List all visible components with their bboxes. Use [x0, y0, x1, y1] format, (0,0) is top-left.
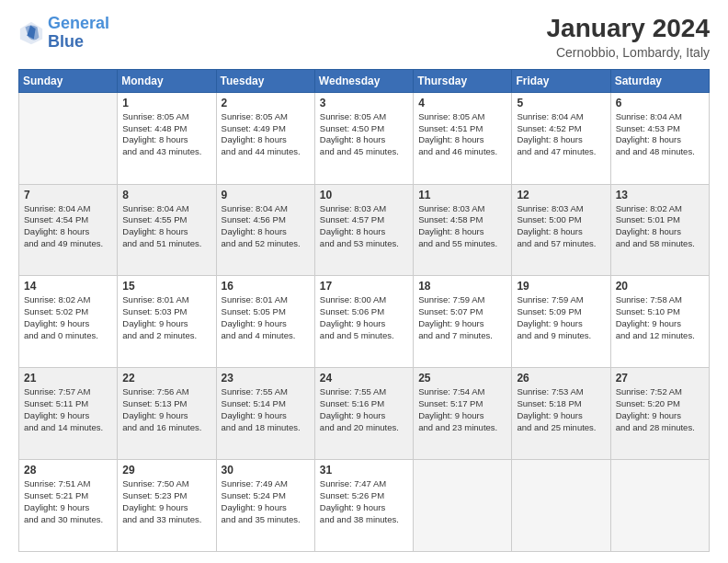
- calendar-day-cell: 30Sunrise: 7:49 AMSunset: 5:24 PMDayligh…: [216, 460, 314, 552]
- day-number: 22: [122, 372, 210, 385]
- calendar-day-cell: 31Sunrise: 7:47 AMSunset: 5:26 PMDayligh…: [314, 460, 413, 552]
- day-number: 8: [122, 189, 210, 201]
- day-info: Sunrise: 7:55 AMSunset: 5:14 PMDaylight:…: [222, 386, 310, 433]
- calendar-day-cell: [414, 460, 512, 552]
- day-number: 12: [517, 189, 605, 201]
- day-number: 28: [24, 464, 112, 477]
- day-info: Sunrise: 8:05 AMSunset: 4:48 PMDaylight:…: [122, 111, 210, 158]
- calendar-day-cell: 19Sunrise: 7:59 AMSunset: 5:09 PMDayligh…: [512, 276, 610, 368]
- day-info: Sunrise: 7:59 AMSunset: 5:09 PMDaylight:…: [517, 294, 605, 341]
- calendar-day-cell: 27Sunrise: 7:52 AMSunset: 5:20 PMDayligh…: [610, 368, 709, 460]
- day-number: 23: [222, 372, 310, 385]
- logo-line2: Blue: [48, 32, 84, 51]
- calendar-day-cell: [19, 92, 118, 184]
- logo-line1: General: [48, 14, 109, 32]
- day-info: Sunrise: 8:03 AMSunset: 5:00 PMDaylight:…: [517, 203, 605, 250]
- day-info: Sunrise: 8:04 AMSunset: 4:55 PMDaylight:…: [122, 203, 210, 250]
- day-number: 27: [616, 372, 704, 385]
- calendar-day-cell: 14Sunrise: 8:02 AMSunset: 5:02 PMDayligh…: [19, 276, 118, 368]
- calendar-day-cell: 4Sunrise: 8:05 AMSunset: 4:51 PMDaylight…: [414, 92, 512, 184]
- calendar-week-row: 1Sunrise: 8:05 AMSunset: 4:48 PMDaylight…: [19, 92, 710, 184]
- day-number: 4: [418, 97, 506, 109]
- day-number: 21: [24, 372, 112, 385]
- logo-text: General Blue: [48, 15, 109, 52]
- day-number: 29: [122, 464, 210, 477]
- calendar-week-row: 14Sunrise: 8:02 AMSunset: 5:02 PMDayligh…: [19, 276, 710, 368]
- day-info: Sunrise: 7:47 AMSunset: 5:26 PMDaylight:…: [320, 478, 408, 525]
- day-number: 20: [616, 280, 704, 293]
- weekday-header-friday: Friday: [512, 69, 610, 92]
- day-info: Sunrise: 7:57 AMSunset: 5:11 PMDaylight:…: [24, 386, 112, 433]
- calendar-day-cell: 10Sunrise: 8:03 AMSunset: 4:57 PMDayligh…: [314, 184, 413, 276]
- calendar-day-cell: 15Sunrise: 8:01 AMSunset: 5:03 PMDayligh…: [118, 276, 216, 368]
- day-number: 15: [122, 280, 210, 293]
- day-number: 6: [616, 97, 704, 109]
- day-number: 3: [320, 97, 408, 109]
- calendar-day-cell: 13Sunrise: 8:02 AMSunset: 5:01 PMDayligh…: [610, 184, 709, 276]
- day-number: 25: [418, 372, 506, 385]
- logo-icon: [18, 20, 44, 46]
- calendar-day-cell: 22Sunrise: 7:56 AMSunset: 5:13 PMDayligh…: [118, 368, 216, 460]
- day-info: Sunrise: 8:03 AMSunset: 4:58 PMDaylight:…: [418, 203, 506, 250]
- subtitle: Cernobbio, Lombardy, Italy: [547, 45, 710, 60]
- day-number: 13: [616, 189, 704, 201]
- day-info: Sunrise: 7:49 AMSunset: 5:24 PMDaylight:…: [222, 478, 310, 525]
- day-number: 5: [517, 97, 605, 109]
- day-info: Sunrise: 7:50 AMSunset: 5:23 PMDaylight:…: [122, 478, 210, 525]
- day-info: Sunrise: 8:03 AMSunset: 4:57 PMDaylight:…: [320, 203, 408, 250]
- calendar-day-cell: 12Sunrise: 8:03 AMSunset: 5:00 PMDayligh…: [512, 184, 610, 276]
- day-info: Sunrise: 8:04 AMSunset: 4:54 PMDaylight:…: [24, 203, 112, 250]
- calendar-day-cell: 24Sunrise: 7:55 AMSunset: 5:16 PMDayligh…: [314, 368, 413, 460]
- calendar-day-cell: 28Sunrise: 7:51 AMSunset: 5:21 PMDayligh…: [19, 460, 118, 552]
- day-number: 26: [517, 372, 605, 385]
- weekday-header-tuesday: Tuesday: [216, 69, 314, 92]
- day-info: Sunrise: 8:01 AMSunset: 5:03 PMDaylight:…: [122, 294, 210, 341]
- day-info: Sunrise: 8:02 AMSunset: 5:01 PMDaylight:…: [616, 203, 704, 250]
- calendar-week-row: 28Sunrise: 7:51 AMSunset: 5:21 PMDayligh…: [19, 460, 710, 552]
- calendar-day-cell: 8Sunrise: 8:04 AMSunset: 4:55 PMDaylight…: [118, 184, 216, 276]
- day-info: Sunrise: 7:51 AMSunset: 5:21 PMDaylight:…: [24, 478, 112, 525]
- main-title: January 2024: [547, 15, 710, 43]
- title-block: January 2024 Cernobbio, Lombardy, Italy: [547, 15, 710, 60]
- day-info: Sunrise: 8:01 AMSunset: 5:05 PMDaylight:…: [222, 294, 310, 341]
- calendar-day-cell: 26Sunrise: 7:53 AMSunset: 5:18 PMDayligh…: [512, 368, 610, 460]
- day-number: 1: [122, 97, 210, 109]
- calendar-day-cell: 11Sunrise: 8:03 AMSunset: 4:58 PMDayligh…: [414, 184, 512, 276]
- day-number: 30: [222, 464, 310, 477]
- calendar-week-row: 7Sunrise: 8:04 AMSunset: 4:54 PMDaylight…: [19, 184, 710, 276]
- calendar-day-cell: [610, 460, 709, 552]
- day-number: 2: [222, 97, 310, 109]
- day-info: Sunrise: 8:05 AMSunset: 4:49 PMDaylight:…: [222, 111, 310, 158]
- calendar-day-cell: 23Sunrise: 7:55 AMSunset: 5:14 PMDayligh…: [216, 368, 314, 460]
- weekday-header-sunday: Sunday: [19, 69, 118, 92]
- calendar-day-cell: 5Sunrise: 8:04 AMSunset: 4:52 PMDaylight…: [512, 92, 610, 184]
- calendar-day-cell: 1Sunrise: 8:05 AMSunset: 4:48 PMDaylight…: [118, 92, 216, 184]
- day-info: Sunrise: 8:05 AMSunset: 4:51 PMDaylight:…: [418, 111, 506, 158]
- day-number: 16: [222, 280, 310, 293]
- day-info: Sunrise: 8:05 AMSunset: 4:50 PMDaylight:…: [320, 111, 408, 158]
- calendar-day-cell: 6Sunrise: 8:04 AMSunset: 4:53 PMDaylight…: [610, 92, 709, 184]
- day-info: Sunrise: 7:59 AMSunset: 5:07 PMDaylight:…: [418, 294, 506, 341]
- calendar-day-cell: [512, 460, 610, 552]
- calendar-day-cell: 17Sunrise: 8:00 AMSunset: 5:06 PMDayligh…: [314, 276, 413, 368]
- day-number: 19: [517, 280, 605, 293]
- day-info: Sunrise: 7:54 AMSunset: 5:17 PMDaylight:…: [418, 386, 506, 433]
- calendar-day-cell: 29Sunrise: 7:50 AMSunset: 5:23 PMDayligh…: [118, 460, 216, 552]
- day-info: Sunrise: 7:56 AMSunset: 5:13 PMDaylight:…: [122, 386, 210, 433]
- logo: General Blue: [18, 15, 109, 52]
- calendar-day-cell: 3Sunrise: 8:05 AMSunset: 4:50 PMDaylight…: [314, 92, 413, 184]
- day-number: 9: [222, 189, 310, 201]
- day-info: Sunrise: 7:55 AMSunset: 5:16 PMDaylight:…: [320, 386, 408, 433]
- day-number: 17: [320, 280, 408, 293]
- day-number: 14: [24, 280, 112, 293]
- calendar-day-cell: 20Sunrise: 7:58 AMSunset: 5:10 PMDayligh…: [610, 276, 709, 368]
- calendar-day-cell: 7Sunrise: 8:04 AMSunset: 4:54 PMDaylight…: [19, 184, 118, 276]
- day-number: 7: [24, 189, 112, 201]
- calendar-day-cell: 25Sunrise: 7:54 AMSunset: 5:17 PMDayligh…: [414, 368, 512, 460]
- day-info: Sunrise: 8:04 AMSunset: 4:53 PMDaylight:…: [616, 111, 704, 158]
- day-number: 11: [418, 189, 506, 201]
- day-info: Sunrise: 8:02 AMSunset: 5:02 PMDaylight:…: [24, 294, 112, 341]
- weekday-header-monday: Monday: [118, 69, 216, 92]
- day-number: 18: [418, 280, 506, 293]
- header: General Blue January 2024 Cernobbio, Lom…: [18, 15, 710, 60]
